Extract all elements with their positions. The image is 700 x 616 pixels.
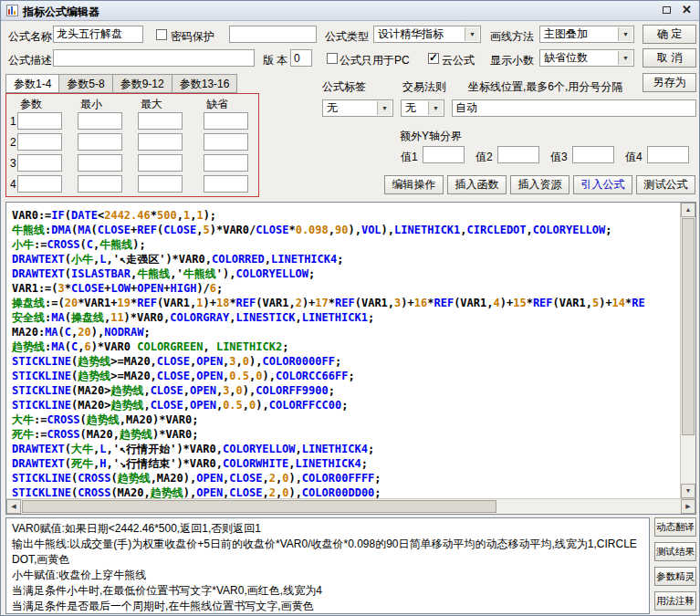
tab-参数13-16[interactable]: 参数13-16	[172, 74, 238, 93]
version-input[interactable]	[290, 49, 312, 67]
edit-operation-button[interactable]: 编辑操作	[384, 175, 444, 194]
maximize-icon[interactable]	[663, 6, 671, 14]
code-line: 死牛:=CROSS(MA20,趋势线)*VAR0;	[12, 427, 680, 442]
param-input-r3c4[interactable]	[204, 154, 248, 172]
param-input-r1c3[interactable]	[138, 112, 183, 130]
draw-method-select[interactable]: 主图叠加 ▼	[539, 26, 634, 43]
param-column-header: 最大	[141, 97, 162, 112]
code-line: 操盘线:=(20*VAR1+19*REF(VAR1,1)+18*REF(VAR1…	[12, 296, 680, 310]
pc-only-label: 公式只用于PC	[340, 53, 410, 68]
param-table-panel: 参数最小最大缺省 1234	[5, 93, 259, 197]
version-label: 版 本	[263, 53, 287, 68]
param-input-r3c3[interactable]	[138, 154, 183, 172]
password-protect-checkbox[interactable]	[156, 29, 167, 40]
insert-resource-button[interactable]: 插入资源	[510, 175, 569, 194]
param-input-r2c2[interactable]	[78, 133, 122, 151]
code-text-area[interactable]: VAR0:=IF(DATE<2442.46*500,1,1);牛熊线:DMA(M…	[6, 203, 680, 498]
draw-method-label: 画线方法	[490, 29, 534, 45]
code-line: 趋势线:MA(C,6)*VAR0 COLORGREEN, LINETHICK2;	[12, 339, 680, 354]
pc-only-checkbox[interactable]	[327, 53, 338, 64]
translation-line: 当满足条件小牛时,在最低价位置书写文字*VAR0,画红色,线宽为4	[12, 583, 643, 599]
scroll-down-icon[interactable]: ▼	[681, 484, 695, 498]
param-input-r3c1[interactable]	[17, 154, 62, 172]
scroll-up-icon[interactable]: ▲	[681, 203, 695, 217]
coord-line-input[interactable]	[452, 99, 696, 117]
ok-button[interactable]: 确 定	[643, 25, 696, 44]
usage-notes-button[interactable]: 用法注释	[654, 591, 696, 611]
code-line: STICKLINE(CROSS(趋势线,MA20),OPEN,CLOSE,2,0…	[12, 471, 680, 485]
param-input-r4c3[interactable]	[138, 175, 183, 193]
trade-rule-select[interactable]: 无 ▼	[401, 99, 444, 117]
password-protect-label: 密码保护	[171, 29, 214, 45]
tab-参数5-8[interactable]: 参数5-8	[58, 74, 111, 93]
close-icon[interactable]: ✕	[682, 5, 692, 16]
decimal-select[interactable]: 缺省位数 ▼	[539, 49, 634, 67]
chevron-down-icon[interactable]: ▼	[618, 51, 632, 65]
param-tab-strip: 参数1-4参数5-8参数9-12参数13-16	[5, 74, 237, 93]
param-input-r4c1[interactable]	[17, 175, 62, 193]
param-input-r2c4[interactable]	[204, 133, 248, 151]
test-formula-button[interactable]: 测试公式	[636, 175, 695, 194]
scroll-left-icon[interactable]: ◀	[6, 499, 21, 514]
cloud-formula-checkbox[interactable]	[428, 53, 439, 64]
code-line: DRAWTEXT(死牛,H,'↘行情结束')*VAR0,COLORWHITE,L…	[12, 456, 680, 471]
param-input-r1c2[interactable]	[78, 112, 122, 130]
param-input-r1c1[interactable]	[17, 112, 62, 130]
translation-line: 输出牛熊线:以成交量(手)为权重收盘价+5日前的收盘价*VAR0/收盘价*0.0…	[12, 537, 643, 568]
formula-tag-label: 公式标签	[322, 79, 366, 95]
y-axis-value-input-3[interactable]	[572, 146, 614, 163]
param-column-header: 参数	[20, 97, 42, 112]
param-input-r2c3[interactable]	[138, 133, 183, 151]
y-axis-value-input-2[interactable]	[497, 146, 539, 163]
scroll-right-icon[interactable]: ▶	[681, 499, 695, 514]
param-wizard-button[interactable]: 参数精灵	[654, 567, 696, 586]
test-result-button[interactable]: 测试结果	[654, 542, 696, 561]
code-line: DRAWTEXT(ISLASTBAR,牛熊线,'牛熊线'),COLORYELLO…	[12, 266, 680, 281]
code-line: MA20:MA(C,20),NODRAW;	[12, 325, 680, 339]
formula-name-label: 公式名称	[8, 29, 52, 45]
translation-line: 当满足条件是否最后一个周期时,在牛熊线位置书写文字,画黄色	[12, 599, 643, 614]
formula-type-select[interactable]: 设计精华指标 ▼	[373, 26, 481, 43]
dynamic-translate-button[interactable]: 动态翻译	[654, 517, 696, 537]
extra-y-axis-label: 额外Y轴分界	[400, 129, 462, 144]
param-input-r1c4[interactable]	[204, 112, 248, 130]
import-formula-button[interactable]: 引入公式	[573, 175, 632, 194]
formula-name-input[interactable]	[53, 26, 143, 43]
param-input-r2c1[interactable]	[17, 133, 62, 151]
chevron-down-icon[interactable]: ▼	[618, 27, 632, 41]
code-line: DRAWTEXT(大牛,L,'↖行情开始')*VAR0,COLORYELLOW,…	[12, 442, 680, 456]
vertical-scrollbar[interactable]: ▲ ▼	[680, 203, 695, 498]
param-input-r4c4[interactable]	[204, 175, 248, 193]
chevron-down-icon[interactable]: ▼	[428, 101, 443, 115]
param-input-r4c2[interactable]	[78, 175, 122, 193]
y-axis-value-label: 值4	[625, 150, 643, 165]
code-line: VAR0:=IF(DATE<2442.46*500,1,1);	[12, 208, 680, 223]
save-as-button[interactable]: 另存为	[643, 73, 696, 92]
horizontal-scroll-thumb[interactable]	[22, 500, 496, 513]
formula-type-label: 公式类型	[325, 29, 369, 45]
formula-tag-select[interactable]: 无 ▼	[322, 99, 393, 117]
password-input[interactable]	[229, 26, 317, 43]
code-line: 大牛:=CROSS(趋势线,MA20)*VAR0;	[12, 412, 680, 427]
formula-desc-input[interactable]	[53, 49, 255, 67]
code-line: VAR1:=(3*CLOSE+LOW+OPEN+HIGH)/6;	[12, 281, 680, 296]
cloud-formula-label: 云公式	[442, 53, 475, 68]
param-input-r3c2[interactable]	[78, 154, 122, 172]
tab-参数1-4[interactable]: 参数1-4	[5, 74, 58, 93]
vertical-scroll-thumb[interactable]	[682, 218, 695, 435]
y-axis-value-label: 值2	[475, 150, 493, 165]
y-axis-value-input-4[interactable]	[647, 146, 689, 163]
coord-line-label: 坐标线位置,最多6个,用分号分隔	[468, 79, 622, 95]
formula-desc-label: 公式描述	[8, 53, 52, 68]
tab-参数9-12[interactable]: 参数9-12	[112, 74, 172, 93]
code-line: STICKLINE(MA20>趋势线,CLOSE,OPEN,0.5,0),COL…	[12, 398, 680, 412]
code-line: STICKLINE(MA20>趋势线,CLOSE,OPEN,3,0),COLOR…	[12, 383, 680, 398]
param-column-header: 最小	[80, 97, 102, 112]
cancel-button[interactable]: 取 消	[643, 48, 696, 68]
horizontal-scrollbar[interactable]: ◀ ▶	[6, 498, 695, 514]
y-axis-value-input-1[interactable]	[423, 146, 465, 163]
chevron-down-icon[interactable]: ▼	[465, 27, 479, 41]
insert-function-button[interactable]: 插入函数	[447, 175, 507, 194]
window-title: 指标公式编辑器	[23, 5, 99, 20]
chevron-down-icon[interactable]: ▼	[377, 101, 392, 115]
